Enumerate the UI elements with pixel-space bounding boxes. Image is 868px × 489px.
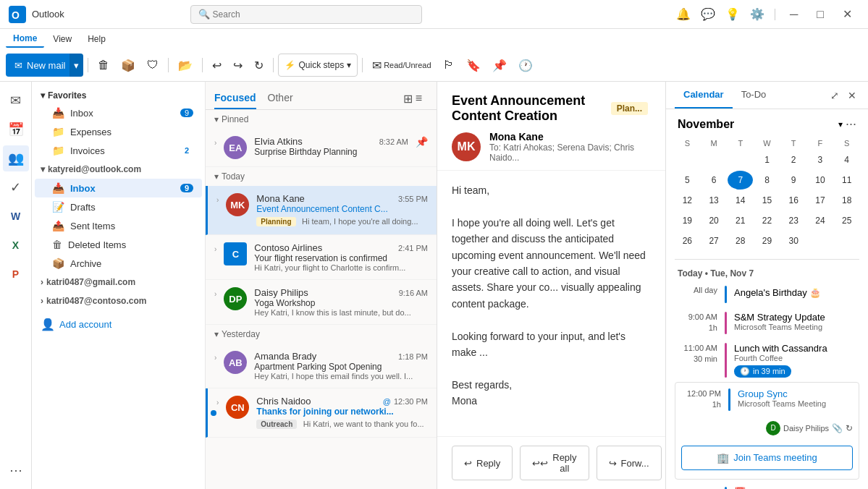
join-teams-button[interactable]: 🏢 Join Teams meeting xyxy=(681,446,853,470)
forward-button[interactable]: ↪ Forw... xyxy=(597,446,662,480)
quick-steps-button[interactable]: ⚡ Quick steps ▾ xyxy=(278,54,358,77)
cal-day-2[interactable]: 2 xyxy=(781,150,806,169)
archive-button[interactable]: 📦 xyxy=(116,54,140,77)
cal-day-28[interactable]: 28 xyxy=(728,231,753,250)
email-item-chris[interactable]: › CN Chris Naidoo @ 12:30 PM Thanks for … xyxy=(206,388,437,438)
cal-day-12[interactable]: 12 xyxy=(675,191,700,210)
event-strategy[interactable]: 9:00 AM 1h S&M Strategy Update Microsoft… xyxy=(675,307,859,339)
filter-icon[interactable]: ≡ xyxy=(416,92,422,105)
cal-day-24[interactable]: 24 xyxy=(808,211,833,230)
sidebar-item-invoices[interactable]: 📁 Invoices 2 xyxy=(35,141,202,160)
sidebar-item-sent[interactable]: 📤 Sent Items xyxy=(35,216,202,235)
notification-icon[interactable]: 🔔 xyxy=(673,4,694,24)
tab-todo[interactable]: To-Do xyxy=(733,82,775,109)
today-section-header[interactable]: ▾ Today xyxy=(206,167,437,186)
sidebar-item-inbox[interactable]: 📥 Inbox 9 xyxy=(35,179,202,197)
cal-day-6[interactable]: 6 xyxy=(701,171,727,190)
sidebar-item-deleted[interactable]: 🗑 Deleted Items xyxy=(35,235,202,254)
new-mail-chevron[interactable]: ▾ xyxy=(69,54,83,77)
tag-button[interactable]: 🔖 xyxy=(461,54,486,77)
reply-button[interactable]: ↩ Reply xyxy=(452,446,513,480)
cal-day-18[interactable]: 18 xyxy=(834,191,859,210)
cal-day-30[interactable]: 30 xyxy=(781,231,806,250)
email-item-amanda[interactable]: › AB Amanda Brady 1:18 PM Apartment Park… xyxy=(206,344,437,388)
flag-button[interactable]: 🏳 xyxy=(438,54,460,77)
reply-all-button[interactable]: ↩↩ Reply all xyxy=(520,446,589,480)
tab-home[interactable]: Home xyxy=(6,30,44,48)
report-button[interactable]: 🛡 xyxy=(142,54,164,77)
nav-mail[interactable]: ✉ xyxy=(3,88,29,114)
clock-button[interactable]: 🕐 xyxy=(513,54,538,77)
cal-day-25[interactable]: 25 xyxy=(834,211,859,230)
search-bar[interactable]: 🔍 xyxy=(190,5,422,24)
move-button[interactable]: 📂 xyxy=(173,54,198,77)
tab-help[interactable]: Help xyxy=(80,31,113,47)
cal-day-20[interactable]: 20 xyxy=(701,211,727,230)
more-options-icon[interactable]: ··· xyxy=(846,116,856,132)
cal-day-7[interactable]: 7 xyxy=(728,171,753,190)
search-input[interactable] xyxy=(213,9,414,20)
cal-day-11[interactable]: 11 xyxy=(834,171,859,190)
nav-excel[interactable]: X xyxy=(3,232,29,258)
cal-day-23[interactable]: 23 xyxy=(781,211,806,230)
close-panel-icon[interactable]: ✕ xyxy=(845,87,859,104)
nav-people[interactable]: 👥 xyxy=(3,145,29,171)
chat-icon[interactable]: 💬 xyxy=(698,4,718,24)
delete-button[interactable]: 🗑 xyxy=(93,54,114,77)
cal-day-19[interactable]: 19 xyxy=(675,211,700,230)
event-team-audit[interactable]: 4:30 PM 1h 📅 Team Audit Microsoft Teams … xyxy=(675,482,859,489)
cal-day-29[interactable]: 29 xyxy=(754,231,780,250)
nav-tasks[interactable]: ✓ xyxy=(3,174,29,200)
event-group-sync[interactable]: 12:00 PM 1h Group Sync Microsoft Teams M… xyxy=(675,382,859,480)
sidebar-item-archive[interactable]: 📦 Archive xyxy=(35,254,202,273)
new-mail-button[interactable]: ✉ New mail ▾ xyxy=(6,54,83,77)
sidebar-item-drafts[interactable]: 📝 Drafts xyxy=(35,197,202,216)
sidebar-item-expenses[interactable]: 📁 Expenses xyxy=(35,122,202,141)
undo2-button[interactable]: ↪ xyxy=(228,54,248,77)
cal-day-17[interactable]: 17 xyxy=(808,191,833,210)
chevron-down-icon[interactable]: ▾ xyxy=(838,119,843,129)
lightbulb-icon[interactable]: 💡 xyxy=(722,4,743,24)
cal-day-5[interactable]: 5 xyxy=(675,171,700,190)
nav-word[interactable]: W xyxy=(3,203,29,229)
cal-day-1[interactable]: 1 xyxy=(754,150,780,169)
view-toggle-icon[interactable]: ⊞ xyxy=(403,92,413,106)
cal-day-21[interactable]: 21 xyxy=(728,211,753,230)
cal-day-4[interactable]: 4 xyxy=(834,150,859,169)
cal-day-9[interactable]: 9 xyxy=(781,171,806,190)
tab-view[interactable]: View xyxy=(46,31,79,47)
cal-day-27[interactable]: 27 xyxy=(701,231,727,250)
cal-day-13[interactable]: 13 xyxy=(701,191,727,210)
cal-day-8[interactable]: 8 xyxy=(754,171,780,190)
account1-header[interactable]: ▾ katyreid@outlook.com xyxy=(32,160,205,179)
cal-day-26[interactable]: 26 xyxy=(675,231,700,250)
expand-icon[interactable]: ⤢ xyxy=(827,87,842,104)
redo-button[interactable]: ↻ xyxy=(249,54,269,77)
add-account-button[interactable]: 👤 Add account xyxy=(32,313,205,336)
cal-day-3[interactable]: 3 xyxy=(808,150,833,169)
pin-button[interactable]: 📌 xyxy=(487,54,512,77)
account3-header[interactable]: › katri0487@contoso.com xyxy=(32,292,205,310)
read-unread-button[interactable]: ✉ Read/Unread xyxy=(367,54,436,77)
cal-day-22[interactable]: 22 xyxy=(754,211,780,230)
email-item-mona[interactable]: › MK Mona Kane 3:55 PM Event Announcemen… xyxy=(206,186,437,235)
email-item-elvia[interactable]: › EA Elvia Atkins 8:32 AM Surprise Birth… xyxy=(206,129,437,167)
email-item-daisy[interactable]: › DP Daisy Philips 9:16 AM Yoga Workshop… xyxy=(206,280,437,325)
cal-day-15[interactable]: 15 xyxy=(754,191,780,210)
account2-header[interactable]: › katri0487@gmail.com xyxy=(32,273,205,292)
tab-other[interactable]: Other xyxy=(268,88,293,109)
nav-calendar[interactable]: 📅 xyxy=(3,116,29,143)
nav-apps[interactable]: ⋯ xyxy=(3,457,29,483)
close-button[interactable]: ✕ xyxy=(835,3,859,26)
cal-day-16[interactable]: 16 xyxy=(781,191,806,210)
tab-focused[interactable]: Focused xyxy=(214,88,256,109)
tab-calendar[interactable]: Calendar xyxy=(675,82,733,109)
yesterday-section-header[interactable]: ▾ Yesterday xyxy=(206,325,437,344)
cal-day-10[interactable]: 10 xyxy=(808,171,833,190)
minimize-button[interactable]: ─ xyxy=(783,3,805,26)
event-lunch[interactable]: 11:00 AM 30 min Lunch with Cassandra Fou… xyxy=(675,339,859,382)
pinned-section-header[interactable]: ▾ Pinned xyxy=(206,110,437,129)
settings-icon[interactable]: ⚙️ xyxy=(747,4,767,24)
nav-powerpoint[interactable]: P xyxy=(3,261,29,287)
cal-day-14[interactable]: 14 xyxy=(728,191,753,210)
